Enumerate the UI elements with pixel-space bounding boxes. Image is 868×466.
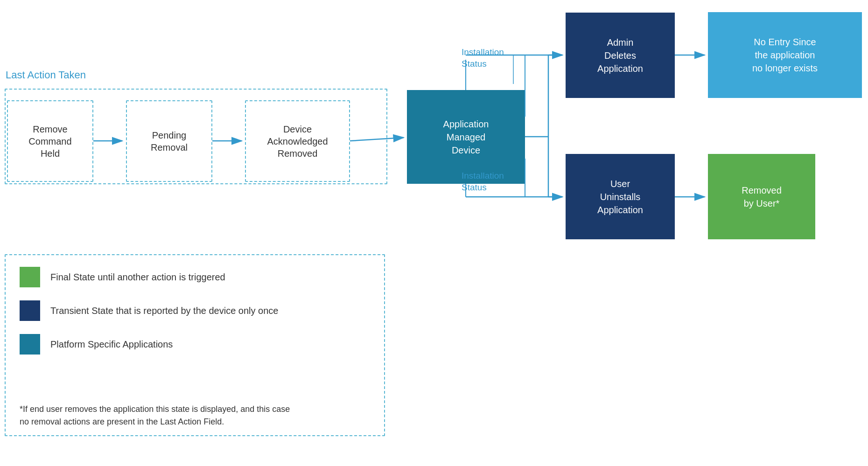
legend-color-green bbox=[20, 267, 40, 287]
legend-item-teal: Platform Specific Applications bbox=[20, 334, 370, 355]
pending-removal-box: Pending Removal bbox=[126, 100, 212, 182]
installation-status-bottom-label: InstallationStatus bbox=[462, 170, 504, 193]
removed-by-user-box: Removed by User* bbox=[708, 154, 815, 239]
user-uninstalls-application-box: User Uninstalls Application bbox=[566, 154, 675, 239]
legend-color-teal bbox=[20, 334, 40, 355]
legend-text-teal: Platform Specific Applications bbox=[50, 339, 173, 350]
application-managed-device-box: Application Managed Device bbox=[407, 90, 525, 184]
admin-deletes-application-box: Admin Deletes Application bbox=[566, 13, 675, 98]
legend-color-navy bbox=[20, 300, 40, 321]
legend-container: Final State until another action is trig… bbox=[5, 254, 385, 436]
legend-item-navy: Transient State that is reported by the … bbox=[20, 300, 370, 321]
legend-footnote: *If end user removes the application thi… bbox=[20, 403, 290, 428]
device-acknowledged-removed-box: Device Acknowledged Removed bbox=[245, 100, 350, 182]
remove-command-held-box: Remove Command Held bbox=[7, 100, 93, 182]
installation-status-top-label: InstallationStatus bbox=[462, 47, 504, 70]
diagram-container: Last Action Taken Remove Command Held Pe… bbox=[0, 0, 868, 466]
legend-item-green: Final State until another action is trig… bbox=[20, 267, 370, 287]
no-entry-box: No Entry Since the application no longer… bbox=[708, 12, 862, 98]
last-action-taken-label: Last Action Taken bbox=[6, 69, 86, 81]
legend-text-green: Final State until another action is trig… bbox=[50, 272, 225, 283]
legend-text-navy: Transient State that is reported by the … bbox=[50, 306, 278, 316]
